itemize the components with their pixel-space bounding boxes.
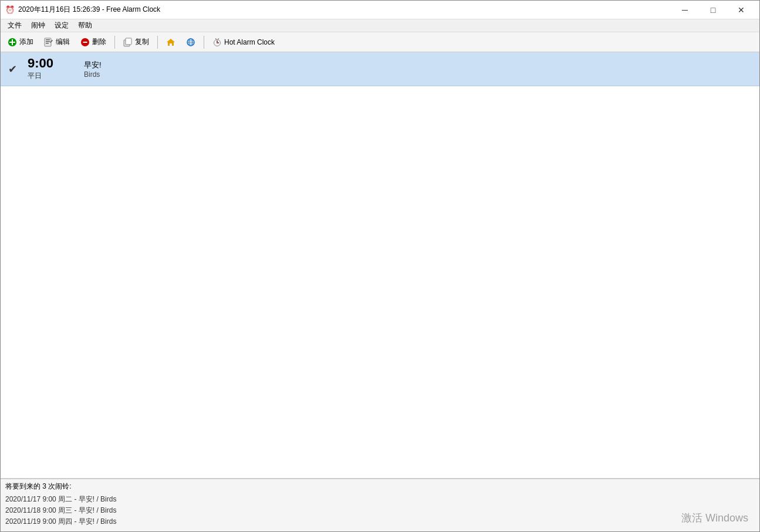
svg-line-22: [218, 38, 219, 39]
app-icon: ⏰: [5, 5, 15, 15]
main-content: ✔ 9:00 平日 早安! Birds: [1, 52, 759, 479]
toolbar: 添加 编辑 删除: [1, 32, 759, 52]
main-window: ⏰ 2020年11月16日 15:26:39 - Free Alarm Cloc…: [0, 0, 760, 532]
toolbar-separator-1: [114, 36, 115, 49]
alarm-info: 早安! Birds: [84, 60, 102, 79]
svg-point-23: [217, 42, 218, 43]
alarm-time-block: 9:00 平日: [28, 57, 75, 81]
close-icon: ✕: [738, 5, 745, 15]
alarm-time: 9:00: [28, 57, 53, 70]
delete-label: 删除: [92, 37, 106, 47]
upcoming-item-2: 2020/11/19 9:00 周四 - 早安! / Birds: [5, 516, 755, 527]
svg-rect-5: [46, 41, 50, 42]
hot-alarm-clock-button[interactable]: Hot Alarm Clock: [208, 36, 279, 49]
add-button[interactable]: 添加: [3, 35, 38, 49]
svg-rect-4: [46, 39, 50, 40]
window-controls: ─ □ ✕: [671, 2, 755, 18]
menu-item-settings[interactable]: 设定: [50, 19, 73, 32]
add-icon: [8, 38, 17, 47]
hot-alarm-label: Hot Alarm Clock: [224, 38, 275, 46]
globe-icon: [186, 38, 195, 47]
svg-line-21: [215, 38, 217, 39]
alarm-recurrence: 平日: [28, 71, 42, 81]
upcoming-item-1: 2020/11/18 9:00 周三 - 早安! / Birds: [5, 505, 755, 516]
alarm-checkbox[interactable]: ✔: [6, 63, 18, 75]
svg-rect-6: [46, 43, 49, 44]
alarm-list: ✔ 9:00 平日 早安! Birds: [1, 52, 759, 86]
globe-button[interactable]: [181, 36, 200, 49]
toolbar-separator-2: [157, 36, 158, 49]
delete-icon: [80, 38, 90, 47]
edit-icon: [44, 38, 53, 47]
delete-button[interactable]: 删除: [76, 35, 111, 49]
menu-bar: 文件 闹钟 设定 帮助: [1, 19, 759, 32]
hot-alarm-icon: [212, 38, 222, 47]
menu-item-help[interactable]: 帮助: [73, 19, 97, 32]
edit-label: 编辑: [56, 37, 70, 47]
close-button[interactable]: ✕: [728, 2, 755, 18]
alarm-name: 早安!: [84, 60, 102, 70]
window-title: 2020年11月16日 15:26:39 - Free Alarm Clock: [18, 5, 671, 15]
svg-rect-2: [9, 42, 15, 43]
menu-item-file[interactable]: 文件: [3, 19, 26, 32]
menu-item-alarm[interactable]: 闹钟: [26, 19, 50, 32]
title-bar: ⏰ 2020年11月16日 15:26:39 - Free Alarm Cloc…: [1, 1, 759, 19]
status-bar: 将要到来的 3 次闹铃: 2020/11/17 9:00 周二 - 早安! / …: [1, 479, 759, 531]
maximize-icon: □: [711, 5, 715, 15]
toolbar-separator-3: [204, 36, 204, 49]
alarm-sound: Birds: [84, 70, 102, 79]
minimize-icon: ─: [682, 5, 688, 15]
upcoming-label: 将要到来的 3 次闹铃:: [5, 482, 755, 492]
minimize-button[interactable]: ─: [671, 2, 698, 18]
svg-rect-9: [83, 42, 87, 43]
home-button[interactable]: [161, 36, 180, 49]
copy-button[interactable]: 复制: [119, 35, 154, 49]
home-icon: [166, 38, 175, 47]
maximize-button[interactable]: □: [700, 2, 727, 18]
svg-rect-11: [126, 38, 131, 45]
add-label: 添加: [19, 37, 33, 47]
alarm-row[interactable]: ✔ 9:00 平日 早安! Birds: [1, 52, 759, 86]
svg-marker-12: [167, 39, 175, 46]
edit-button[interactable]: 编辑: [39, 35, 75, 49]
copy-label: 复制: [135, 37, 149, 47]
copy-icon: [123, 38, 133, 47]
upcoming-item-0: 2020/11/17 9:00 周二 - 早安! / Birds: [5, 494, 755, 505]
